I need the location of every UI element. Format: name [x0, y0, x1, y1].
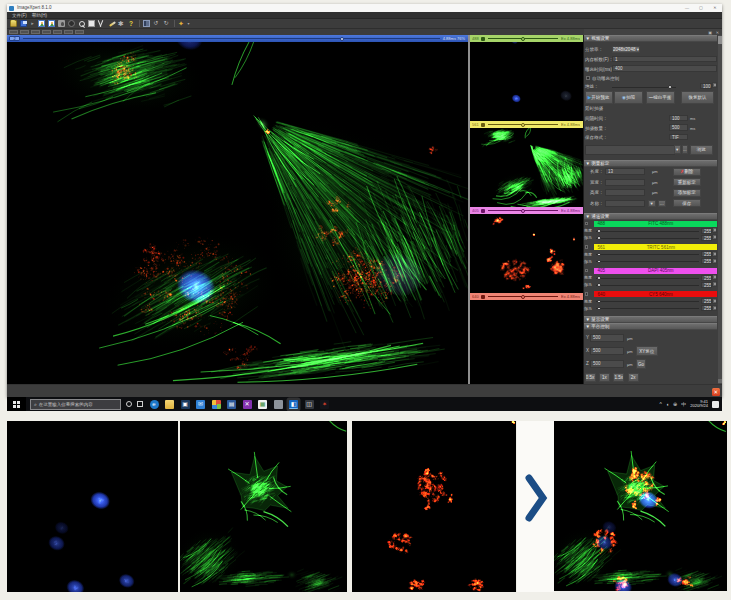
calibration-action-button[interactable]: 重新标定 [673, 178, 701, 186]
calibration-action-button[interactable]: 保存 [673, 199, 701, 207]
taskbar-active-app-icon[interactable]: ◧ [289, 400, 298, 409]
strip-slider-knob[interactable] [521, 123, 525, 127]
document-icon[interactable] [88, 20, 95, 27]
tray-clock[interactable]: 9:41 2020/9/24 [690, 400, 708, 409]
capture-row-input[interactable]: 100 [669, 115, 688, 122]
gain-slider-track[interactable] [612, 87, 676, 88]
section-stage[interactable]: ▼ 平台控制 [584, 323, 717, 330]
stage-speed-button[interactable]: 1.5x [613, 373, 624, 383]
auto-exposure-checkbox[interactable] [586, 76, 590, 80]
channel-value-box[interactable]: 255 [701, 282, 712, 288]
composite-slider-knob[interactable] [340, 37, 344, 41]
stage-axis-input[interactable]: 500 [590, 360, 624, 368]
gain-value-box[interactable]: 100 [700, 83, 712, 89]
strip-slider-track[interactable] [488, 296, 558, 297]
rotate-left-icon[interactable]: ↺ [153, 20, 160, 27]
maximize-button[interactable]: ▢ [694, 4, 708, 12]
channel-value-box[interactable]: 255 [701, 228, 712, 234]
strip-toggle[interactable] [481, 37, 485, 41]
taskbar-search-input[interactable]: ⌕ 在这里输入你要搜索的内容 [30, 399, 121, 410]
menu-file[interactable]: 文件(F) [12, 12, 27, 19]
main-image-view[interactable] [7, 42, 468, 384]
strip-slider-track[interactable] [488, 38, 558, 39]
strip-slider-knob[interactable] [521, 37, 525, 41]
calibration-input[interactable] [605, 179, 645, 186]
channel-spinner[interactable] [712, 305, 717, 311]
taskbar-word-icon[interactable]: ▤ [227, 400, 236, 409]
channel-slider-track[interactable] [596, 285, 699, 286]
channel-slider-track[interactable] [596, 278, 699, 279]
channel-slider-knob[interactable] [597, 307, 601, 311]
gear-icon[interactable]: ✱ [118, 20, 125, 27]
channel-value-box[interactable]: 255 [701, 235, 712, 241]
stage-speed-button[interactable]: 2x [628, 373, 639, 383]
path-dropdown-button[interactable]: ▾ [674, 145, 681, 154]
image-icon[interactable] [38, 20, 45, 27]
channel-spinner[interactable] [712, 234, 717, 240]
channel-checkbox[interactable] [585, 245, 589, 249]
view-preset-button[interactable] [75, 30, 84, 34]
channel-slider-track[interactable] [596, 308, 699, 309]
taskbar-gray-app-icon[interactable] [274, 400, 283, 409]
calibration-action-button[interactable]: 添加标定 [673, 189, 701, 197]
star-dropdown-icon[interactable]: ▾ [188, 20, 192, 27]
stage-action-button[interactable]: XY复位 [636, 346, 658, 356]
channel-slider-knob[interactable] [597, 300, 601, 304]
channel-color-bar[interactable]: 405DAPI 405nm [594, 268, 717, 274]
scrollbar-arrow[interactable] [718, 379, 722, 383]
view-preset-button[interactable] [20, 30, 29, 34]
lens-icon[interactable] [68, 20, 75, 27]
channel-thumbnail-blue[interactable] [470, 42, 583, 121]
section-calibration[interactable]: ▼ 测量标定 [584, 160, 717, 167]
calibration-input[interactable] [605, 200, 645, 207]
path-more-button[interactable]: … [682, 145, 688, 154]
menu-help[interactable]: 帮助(H) [32, 12, 47, 19]
composite-slider-track[interactable] [23, 38, 440, 39]
status-close-button[interactable]: ✕ [712, 388, 721, 397]
resolution-dropdown[interactable]: 2048x2048 ▾ [612, 46, 640, 54]
channel-slider-knob[interactable] [597, 283, 601, 287]
calibration-dropdown-button[interactable]: ▾ [648, 200, 657, 207]
taskbar-mail-icon[interactable]: ✉ [196, 400, 205, 409]
channel-checkbox[interactable] [585, 269, 589, 273]
section-display[interactable]: ▼ 显示设置 [584, 316, 717, 323]
strip-toggle[interactable] [481, 209, 485, 213]
channel-slider-knob[interactable] [597, 236, 601, 240]
capture-row-input[interactable]: 500 [669, 124, 688, 131]
channel-spinner[interactable] [712, 227, 717, 233]
taskbar-dark-app-icon[interactable]: ◫ [305, 400, 314, 409]
strip-toggle[interactable] [481, 123, 485, 127]
section-video-settings[interactable]: ▼ 视频设置 [584, 35, 717, 42]
calibration-input[interactable]: 13 [605, 168, 645, 175]
channel-slider-track[interactable] [596, 254, 699, 255]
stage-axis-input[interactable]: 500 [590, 347, 624, 355]
channel-strip-3[interactable]: 405Ex 4.88ms [470, 207, 583, 214]
strip-slider-knob[interactable] [521, 209, 525, 213]
channel-strip-1[interactable]: 488Ex 4.88ms [470, 35, 583, 42]
tray-volume-icon[interactable]: ◖ [666, 401, 669, 407]
frames-input[interactable]: 1 [612, 56, 717, 63]
taskbar-folder-icon[interactable] [165, 400, 174, 409]
channel-value-box[interactable]: 255 [701, 305, 712, 311]
taskbar-store-icon[interactable]: ▣ [181, 400, 190, 409]
taskbar-purple-app-icon[interactable]: ✕ [243, 400, 252, 409]
panel-layout-icon[interactable] [143, 20, 150, 27]
channel-slider-knob[interactable] [597, 260, 601, 264]
channel-spinner[interactable] [712, 258, 717, 264]
composite-slider-strip[interactable]: 2 4.88ms 76% [7, 35, 468, 42]
snapshot-button[interactable]: ◉拍照 [614, 91, 643, 105]
view-preset-button[interactable] [31, 30, 40, 34]
panel-scrollbar[interactable] [718, 35, 723, 384]
start-preview-button[interactable]: ▶开始预览 [585, 91, 613, 105]
calibration-more-button[interactable]: … [658, 200, 666, 207]
gain-spinner[interactable] [712, 82, 717, 88]
white-balance-button[interactable]: 一键白平衡 [646, 91, 675, 105]
stage-axis-input[interactable]: 500 [590, 334, 624, 342]
notification-center-icon[interactable] [712, 401, 719, 408]
channel-checkbox[interactable] [585, 222, 589, 226]
taskbar-edge-icon[interactable]: e [150, 400, 159, 409]
channel-strip-2[interactable]: 561Ex 4.88ms [470, 121, 583, 128]
taskbar-imaging-app-icon[interactable]: ✶ [320, 400, 329, 409]
capture-row-input[interactable]: TIF [669, 134, 688, 141]
taskbar-notes-icon[interactable]: ▦ [258, 400, 267, 409]
